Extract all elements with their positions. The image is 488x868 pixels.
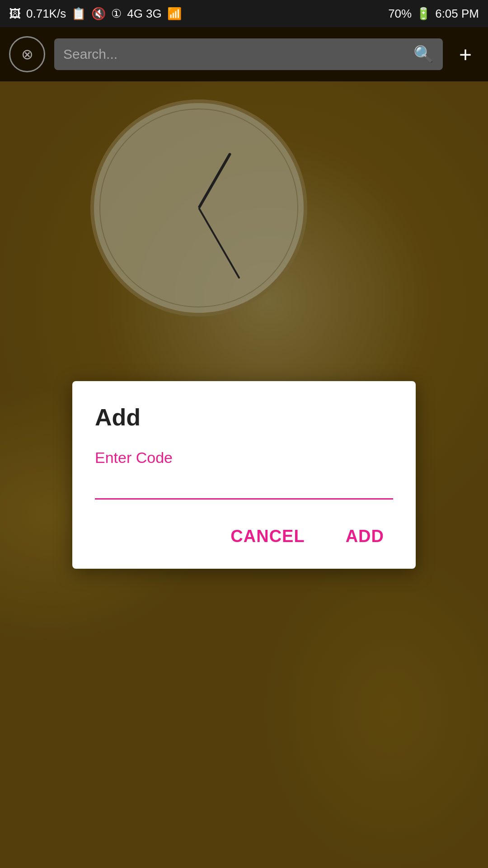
- dialog-field-label: Enter Code: [95, 449, 393, 467]
- code-input[interactable]: [95, 470, 393, 500]
- app-logo[interactable]: ⊗: [9, 36, 45, 72]
- status-speed: 0.71K/s: [26, 7, 66, 21]
- battery-percent: 70%: [388, 7, 412, 21]
- mute-icon: 🔇: [91, 7, 106, 21]
- dialog-overlay: Add Enter Code CANCEL ADD: [0, 81, 488, 868]
- status-bar-right: 70% 🔋 6:05 PM: [388, 7, 479, 21]
- search-icon[interactable]: 🔍: [413, 45, 434, 64]
- add-dialog: Add Enter Code CANCEL ADD: [72, 381, 416, 569]
- status-bar: 🖼 0.71K/s 📋 🔇 ① 4G 3G 📶 70% 🔋 6:05 PM: [0, 0, 488, 27]
- logo-wifi-icon: ⊗: [21, 46, 33, 63]
- photo-icon: 🖼: [9, 7, 21, 21]
- battery-icon: 🔋: [416, 7, 431, 21]
- network-label: 4G 3G: [127, 7, 162, 21]
- dialog-title: Add: [95, 404, 393, 431]
- background-area: Add Enter Code CANCEL ADD: [0, 81, 488, 868]
- sim-icon: 📋: [71, 7, 86, 21]
- toolbar: ⊗ 🔍 +: [0, 27, 488, 81]
- signal-icon: 📶: [167, 7, 182, 21]
- add-button[interactable]: +: [452, 41, 479, 68]
- dialog-buttons: CANCEL ADD: [95, 522, 393, 551]
- cancel-button[interactable]: CANCEL: [221, 522, 314, 551]
- search-input[interactable]: [63, 47, 409, 62]
- status-bar-left: 🖼 0.71K/s 📋 🔇 ① 4G 3G 📶: [9, 7, 182, 21]
- search-bar[interactable]: 🔍: [54, 38, 443, 70]
- clock-time: 6:05 PM: [435, 7, 479, 21]
- notification-icon: ①: [111, 7, 122, 21]
- plus-icon: +: [459, 42, 472, 67]
- add-confirm-button[interactable]: ADD: [337, 522, 393, 551]
